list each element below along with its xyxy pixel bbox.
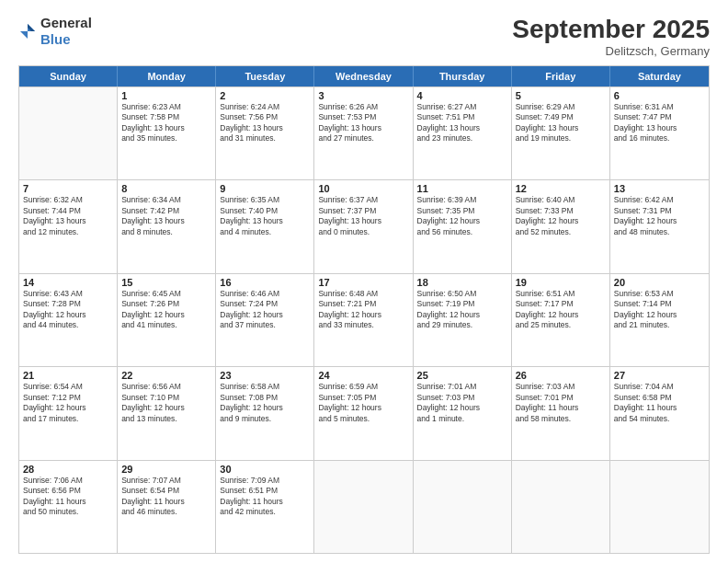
week-row-0: 1Sunrise: 6:23 AM Sunset: 7:58 PM Daylig… xyxy=(19,86,709,179)
day-cell-2: 2Sunrise: 6:24 AM Sunset: 7:56 PM Daylig… xyxy=(216,87,314,179)
day-cell-5: 5Sunrise: 6:29 AM Sunset: 7:49 PM Daylig… xyxy=(512,87,610,179)
day-number: 2 xyxy=(220,90,310,101)
day-cell-10: 10Sunrise: 6:37 AM Sunset: 7:37 PM Dayli… xyxy=(314,180,413,272)
empty-cell-4-6 xyxy=(610,461,709,553)
day-cell-23: 23Sunrise: 6:58 AM Sunset: 7:08 PM Dayli… xyxy=(216,367,314,459)
day-number: 30 xyxy=(220,464,310,475)
day-cell-12: 12Sunrise: 6:40 AM Sunset: 7:33 PM Dayli… xyxy=(512,180,610,272)
day-info: Sunrise: 6:46 AM Sunset: 7:24 PM Dayligh… xyxy=(220,289,310,331)
header-day-monday: Monday xyxy=(118,66,216,86)
week-row-2: 14Sunrise: 6:43 AM Sunset: 7:28 PM Dayli… xyxy=(19,273,709,366)
empty-cell-4-3 xyxy=(314,461,413,553)
day-number: 4 xyxy=(417,90,507,101)
day-cell-11: 11Sunrise: 6:39 AM Sunset: 7:35 PM Dayli… xyxy=(414,180,512,272)
logo-general: General xyxy=(40,15,92,30)
day-cell-28: 28Sunrise: 7:06 AM Sunset: 6:56 PM Dayli… xyxy=(19,461,118,553)
day-cell-29: 29Sunrise: 7:07 AM Sunset: 6:54 PM Dayli… xyxy=(118,461,216,553)
day-number: 14 xyxy=(23,277,113,288)
day-info: Sunrise: 6:39 AM Sunset: 7:35 PM Dayligh… xyxy=(417,195,507,237)
day-info: Sunrise: 6:59 AM Sunset: 7:05 PM Dayligh… xyxy=(318,382,408,424)
day-cell-4: 4Sunrise: 6:27 AM Sunset: 7:51 PM Daylig… xyxy=(414,87,512,179)
day-number: 11 xyxy=(417,183,507,194)
week-row-3: 21Sunrise: 6:54 AM Sunset: 7:12 PM Dayli… xyxy=(19,366,709,459)
day-number: 26 xyxy=(516,370,606,381)
subtitle: Delitzsch, Germany xyxy=(512,44,710,58)
day-number: 6 xyxy=(614,90,705,101)
day-cell-30: 30Sunrise: 7:09 AM Sunset: 6:51 PM Dayli… xyxy=(216,461,314,553)
logo: General Blue xyxy=(18,15,92,48)
day-info: Sunrise: 6:43 AM Sunset: 7:28 PM Dayligh… xyxy=(23,289,113,331)
day-cell-1: 1Sunrise: 6:23 AM Sunset: 7:58 PM Daylig… xyxy=(118,87,216,179)
day-cell-24: 24Sunrise: 6:59 AM Sunset: 7:05 PM Dayli… xyxy=(314,367,413,459)
empty-cell-4-5 xyxy=(512,461,610,553)
day-cell-7: 7Sunrise: 6:32 AM Sunset: 7:44 PM Daylig… xyxy=(19,180,118,272)
empty-cell-4-4 xyxy=(414,461,512,553)
logo-icon xyxy=(18,22,37,40)
day-info: Sunrise: 6:53 AM Sunset: 7:14 PM Dayligh… xyxy=(614,289,705,331)
day-info: Sunrise: 7:04 AM Sunset: 6:58 PM Dayligh… xyxy=(614,382,705,424)
header-day-tuesday: Tuesday xyxy=(216,66,314,86)
day-info: Sunrise: 6:35 AM Sunset: 7:40 PM Dayligh… xyxy=(220,195,310,237)
day-info: Sunrise: 6:58 AM Sunset: 7:08 PM Dayligh… xyxy=(220,382,310,424)
day-cell-14: 14Sunrise: 6:43 AM Sunset: 7:28 PM Dayli… xyxy=(19,274,118,366)
day-number: 1 xyxy=(121,90,211,101)
header-day-saturday: Saturday xyxy=(610,66,709,86)
calendar: SundayMondayTuesdayWednesdayThursdayFrid… xyxy=(18,65,710,554)
empty-cell-0-0 xyxy=(19,87,118,179)
day-number: 22 xyxy=(121,370,211,381)
day-cell-13: 13Sunrise: 6:42 AM Sunset: 7:31 PM Dayli… xyxy=(610,180,709,272)
day-info: Sunrise: 6:32 AM Sunset: 7:44 PM Dayligh… xyxy=(23,195,113,237)
day-number: 5 xyxy=(516,90,606,101)
day-number: 8 xyxy=(121,183,211,194)
logo-blue: Blue xyxy=(40,31,71,47)
day-number: 29 xyxy=(121,464,211,475)
day-cell-6: 6Sunrise: 6:31 AM Sunset: 7:47 PM Daylig… xyxy=(610,87,709,179)
day-cell-27: 27Sunrise: 7:04 AM Sunset: 6:58 PM Dayli… xyxy=(610,367,709,459)
calendar-header: SundayMondayTuesdayWednesdayThursdayFrid… xyxy=(19,66,709,86)
day-number: 27 xyxy=(614,370,705,381)
day-number: 19 xyxy=(516,277,606,288)
day-cell-26: 26Sunrise: 7:03 AM Sunset: 7:01 PM Dayli… xyxy=(512,367,610,459)
day-info: Sunrise: 7:03 AM Sunset: 7:01 PM Dayligh… xyxy=(516,382,606,424)
day-number: 3 xyxy=(318,90,408,101)
day-number: 15 xyxy=(121,277,211,288)
day-number: 23 xyxy=(220,370,310,381)
day-cell-9: 9Sunrise: 6:35 AM Sunset: 7:40 PM Daylig… xyxy=(216,180,314,272)
day-cell-15: 15Sunrise: 6:45 AM Sunset: 7:26 PM Dayli… xyxy=(118,274,216,366)
day-cell-19: 19Sunrise: 6:51 AM Sunset: 7:17 PM Dayli… xyxy=(512,274,610,366)
title-block: September 2025 Delitzsch, Germany xyxy=(512,15,710,58)
day-info: Sunrise: 6:42 AM Sunset: 7:31 PM Dayligh… xyxy=(614,195,705,237)
day-info: Sunrise: 6:50 AM Sunset: 7:19 PM Dayligh… xyxy=(417,289,507,331)
day-number: 24 xyxy=(318,370,408,381)
day-cell-3: 3Sunrise: 6:26 AM Sunset: 7:53 PM Daylig… xyxy=(314,87,413,179)
day-info: Sunrise: 7:09 AM Sunset: 6:51 PM Dayligh… xyxy=(220,476,310,518)
header-day-sunday: Sunday xyxy=(19,66,118,86)
header-day-friday: Friday xyxy=(512,66,610,86)
week-row-4: 28Sunrise: 7:06 AM Sunset: 6:56 PM Dayli… xyxy=(19,460,709,553)
day-info: Sunrise: 6:27 AM Sunset: 7:51 PM Dayligh… xyxy=(417,102,507,144)
day-number: 28 xyxy=(23,464,113,475)
day-cell-22: 22Sunrise: 6:56 AM Sunset: 7:10 PM Dayli… xyxy=(118,367,216,459)
day-cell-17: 17Sunrise: 6:48 AM Sunset: 7:21 PM Dayli… xyxy=(314,274,413,366)
header-day-thursday: Thursday xyxy=(414,66,512,86)
day-info: Sunrise: 6:34 AM Sunset: 7:42 PM Dayligh… xyxy=(121,195,211,237)
day-info: Sunrise: 6:23 AM Sunset: 7:58 PM Dayligh… xyxy=(121,102,211,144)
week-row-1: 7Sunrise: 6:32 AM Sunset: 7:44 PM Daylig… xyxy=(19,179,709,272)
header-day-wednesday: Wednesday xyxy=(314,66,413,86)
header: General Blue September 2025 Delitzsch, G… xyxy=(18,15,710,58)
day-info: Sunrise: 6:31 AM Sunset: 7:47 PM Dayligh… xyxy=(614,102,705,144)
day-cell-8: 8Sunrise: 6:34 AM Sunset: 7:42 PM Daylig… xyxy=(118,180,216,272)
day-number: 9 xyxy=(220,183,310,194)
day-info: Sunrise: 6:51 AM Sunset: 7:17 PM Dayligh… xyxy=(516,289,606,331)
day-info: Sunrise: 6:56 AM Sunset: 7:10 PM Dayligh… xyxy=(121,382,211,424)
day-info: Sunrise: 6:40 AM Sunset: 7:33 PM Dayligh… xyxy=(516,195,606,237)
day-info: Sunrise: 6:29 AM Sunset: 7:49 PM Dayligh… xyxy=(516,102,606,144)
day-cell-25: 25Sunrise: 7:01 AM Sunset: 7:03 PM Dayli… xyxy=(414,367,512,459)
day-cell-20: 20Sunrise: 6:53 AM Sunset: 7:14 PM Dayli… xyxy=(610,274,709,366)
day-number: 12 xyxy=(516,183,606,194)
day-number: 21 xyxy=(23,370,113,381)
day-number: 7 xyxy=(23,183,113,194)
day-info: Sunrise: 7:01 AM Sunset: 7:03 PM Dayligh… xyxy=(417,382,507,424)
day-info: Sunrise: 6:37 AM Sunset: 7:37 PM Dayligh… xyxy=(318,195,408,237)
day-info: Sunrise: 6:24 AM Sunset: 7:56 PM Dayligh… xyxy=(220,102,310,144)
